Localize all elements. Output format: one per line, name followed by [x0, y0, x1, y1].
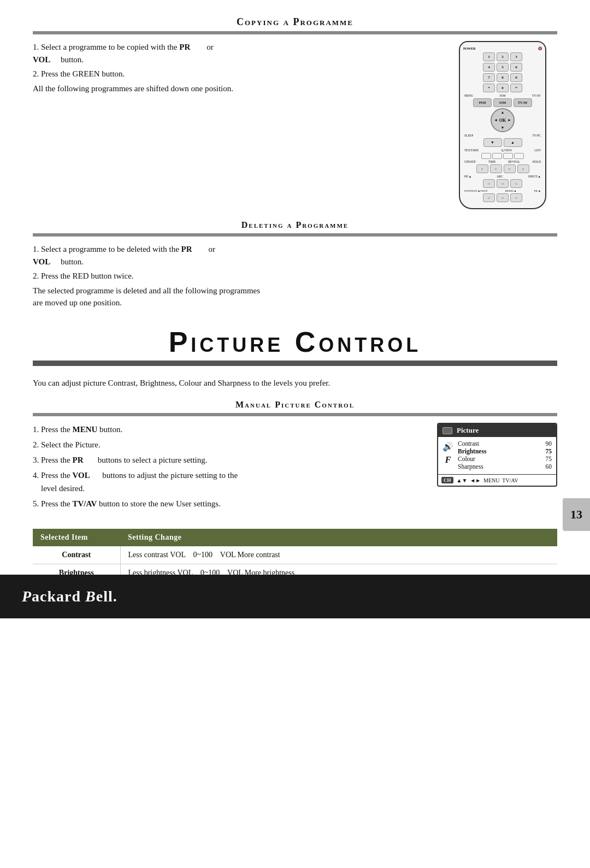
qview-label: Q.VIEW [501, 149, 512, 152]
list-label: LIST [534, 149, 541, 152]
sleep-label: SLEEP [464, 134, 473, 137]
picture-menu-rows: Contrast 90 Brightness 75 Colour 75 Shar… [458, 440, 552, 471]
main-title: Picture Control [33, 326, 557, 358]
col-selected-item: Selected Item [33, 529, 120, 546]
copying-divider [33, 31, 557, 34]
brightness-value: 75 [546, 448, 552, 454]
btn-0[interactable]: 0 [497, 84, 509, 92]
update-label: UPDATE [464, 160, 476, 163]
deleting-text: 1. Select a programme to be deleted with… [33, 243, 557, 309]
intro-text: You can adjust picture Contrast, Brightn… [33, 377, 557, 389]
arrow-left-icon: ◄ [494, 118, 498, 122]
btn-mode[interactable]: □ [497, 193, 509, 202]
hold-label: HOLD [533, 160, 541, 163]
contrast-value: 90 [546, 440, 552, 447]
remote-container: POWER 🔇 1 2 3 4 5 6 7 8 [448, 41, 557, 209]
btn-9[interactable]: 9 [510, 73, 522, 82]
menu-icons: 🔊 F [442, 440, 453, 471]
copying-title: Copying a Programme [33, 16, 557, 28]
copying-step3: All the following programmes are shifted… [33, 82, 437, 95]
btn-1[interactable]: 1 [483, 52, 495, 61]
picture-menu-body: 🔊 F Contrast 90 Brightness 75 Colour 75 [438, 437, 556, 474]
deleting-step3: The selected programme is deleted and al… [33, 285, 557, 309]
vol-label: VOL [33, 55, 50, 64]
btn-position[interactable]: □ [483, 193, 495, 202]
picture-menu-header: Picture [438, 424, 556, 437]
deleting-title: Deleting a Programme [33, 220, 557, 230]
brightness-label: Brightness [458, 448, 486, 454]
btn-ssm[interactable]: SSM [493, 98, 512, 107]
packard-bell-logo: Packard Bell. [22, 588, 117, 605]
btn-arc[interactable]: □ [497, 179, 509, 188]
menu-row-brightness: Brightness 75 [458, 448, 552, 454]
brand-name: Packard Bell. [22, 588, 117, 605]
btn-2[interactable]: 2 [497, 52, 509, 61]
picture-menu-box: Picture 🔊 F Contrast 90 Brightness 75 [437, 423, 557, 487]
manual-title: Manual Picture Control [33, 400, 557, 410]
btn-input[interactable]: □ [510, 179, 522, 188]
manual-step3: 3. Press the PR buttons to select a pict… [33, 453, 426, 467]
footer: Packard Bell. [0, 575, 590, 618]
btn-time[interactable]: □ [490, 164, 502, 173]
footer-controls: ▲▼ ◄► MENU TV/AV [457, 477, 518, 483]
manual-step5: 5. Press the TV/AV button to store the n… [33, 497, 426, 510]
mode-label: MODE/▲ [505, 190, 516, 192]
pp-label: PP/▲ [464, 175, 471, 178]
btn-yellow[interactable] [503, 153, 513, 159]
pr-del-label: PR [181, 245, 192, 253]
position-label: POSITION/▲SWAP [464, 190, 487, 192]
btn-5[interactable]: 5 [497, 63, 509, 72]
manual-step4: 4. Press the VOL buttons to adjust the p… [33, 469, 426, 495]
tvpc-label: TV/PC [532, 134, 541, 137]
sharpness-value: 60 [546, 463, 552, 470]
btn-red[interactable] [481, 153, 491, 159]
btn-hash[interactable]: * [510, 84, 522, 92]
btn-6[interactable]: 6 [510, 63, 522, 72]
btn-8[interactable]: 8 [497, 73, 509, 82]
arrow-right-icon: ► [508, 118, 511, 122]
btn-pp[interactable]: □ [483, 179, 495, 188]
btn-hold[interactable]: □ [517, 164, 529, 173]
page-number: 13 [563, 498, 590, 531]
picture-menu-title: Picture [457, 426, 479, 435]
btn-star[interactable]: * [483, 84, 495, 92]
manual-text: 1. Press the MENU button. 2. Select the … [33, 423, 426, 512]
time-label: TIME [488, 160, 495, 163]
speaker-icon: 🔊 [442, 441, 453, 452]
btn-4[interactable]: 4 [483, 63, 495, 72]
btn-tvav[interactable]: TV/AV [514, 98, 532, 107]
copying-text: 1. Select a programme to be copied with … [33, 41, 437, 209]
arc-label: ARC [497, 175, 503, 178]
manual-section: 1. Press the MENU button. 2. Select the … [33, 423, 557, 512]
vol-del-label: VOL [33, 257, 50, 266]
btn-3[interactable]: 3 [510, 52, 522, 61]
menu-row-contrast: Contrast 90 [458, 440, 552, 447]
btn-7[interactable]: 7 [483, 73, 495, 82]
pr-label-remote: PR/▲ [534, 190, 541, 192]
table-header-row: Selected Item Setting Change [33, 529, 557, 546]
btn-pr-remote[interactable]: □ [510, 193, 522, 202]
menu-row-colour: Colour 75 [458, 456, 552, 462]
function-icon: F [445, 455, 451, 465]
picture-menu-footer: CH ▲▼ ◄► MENU TV/AV [438, 474, 556, 486]
copying-step1: 1. Select a programme to be copied with … [33, 41, 437, 66]
btn-vol-down[interactable]: ▼ [483, 138, 502, 147]
manual-step1: 1. Press the MENU button. [33, 423, 426, 436]
tv-icon [442, 427, 452, 434]
btn-psm[interactable]: PSM [473, 98, 492, 107]
btn-blue[interactable] [514, 153, 524, 159]
col-setting-change: Setting Change [120, 529, 557, 546]
btn-reveal[interactable]: □ [504, 164, 516, 173]
change-contrast: Less contrast VOL 0~100 VOL More contras… [120, 546, 557, 564]
power-label: POWER [463, 47, 476, 50]
btn-vol-up[interactable]: ▲ [504, 138, 522, 147]
ok-button[interactable]: ◄ OK ► [491, 108, 515, 132]
manual-divider [33, 413, 557, 416]
mute-icon: 🔇 [538, 46, 542, 50]
colour-value: 75 [546, 456, 552, 462]
main-divider [33, 361, 557, 366]
deleting-divider [33, 233, 557, 237]
btn-green[interactable] [492, 153, 502, 159]
deleting-step1: 1. Select a programme to be deleted with… [33, 243, 557, 268]
btn-update[interactable]: □ [476, 164, 488, 173]
